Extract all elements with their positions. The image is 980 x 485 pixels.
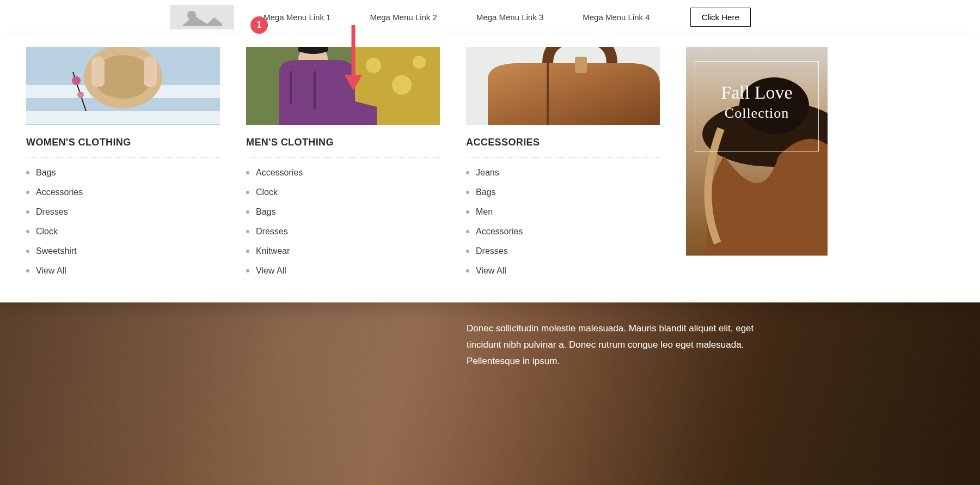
- logo-placeholder: [170, 5, 234, 29]
- mega-col-title: WOMEN'S CLOTHING: [26, 137, 220, 157]
- svg-rect-18: [290, 71, 292, 104]
- mega-item[interactable]: View All: [246, 261, 440, 281]
- mega-item[interactable]: Clock: [246, 183, 440, 202]
- mega-item[interactable]: Dresses: [26, 202, 220, 222]
- mega-promo[interactable]: Fall Love Collection: [686, 47, 828, 281]
- svg-point-15: [366, 58, 381, 73]
- mega-item[interactable]: Bags: [26, 163, 220, 183]
- mega-item[interactable]: Clock: [26, 222, 220, 241]
- svg-point-16: [392, 75, 412, 95]
- mega-col-accessories: ACCESSORIES Jeans Bags Men Accessories D…: [466, 47, 660, 281]
- mega-item[interactable]: Accessories: [246, 163, 440, 183]
- mega-item[interactable]: Men: [466, 202, 660, 222]
- mega-col-image-mens: [246, 47, 440, 125]
- nav-link-4[interactable]: Mega Menu Link 4: [583, 13, 650, 22]
- hero-paragraph: Donec sollicitudin molestie malesuada. M…: [467, 320, 771, 369]
- mega-menu-panel: WOMEN'S CLOTHING Bags Accessories Dresse…: [0, 34, 980, 302]
- mega-col-image-accessories: [466, 47, 660, 125]
- mega-item[interactable]: Jeans: [466, 163, 660, 183]
- nav-link-1[interactable]: Mega Menu Link 1: [264, 13, 330, 22]
- mega-item[interactable]: View All: [466, 261, 660, 281]
- svg-point-12: [77, 92, 84, 98]
- promo-line2: Collection: [686, 105, 828, 122]
- svg-rect-9: [144, 57, 157, 87]
- mega-item[interactable]: Dresses: [246, 222, 440, 241]
- mega-col-title: MEN'S CLOTHING: [246, 137, 440, 157]
- mega-col-womens: WOMEN'S CLOTHING Bags Accessories Dresse…: [26, 47, 220, 281]
- mega-item[interactable]: Accessories: [466, 222, 660, 241]
- mega-col-title: ACCESSORIES: [466, 137, 660, 157]
- nav-link-3[interactable]: Mega Menu Link 3: [476, 13, 543, 22]
- svg-rect-21: [575, 57, 587, 73]
- mega-col-image-womens: [26, 47, 220, 125]
- navbar: Mega Menu Link 1 Mega Menu Link 2 Mega M…: [0, 0, 980, 34]
- mega-item[interactable]: Sweetshirt: [26, 241, 220, 261]
- mega-col-list: Accessories Clock Bags Dresses Knitwear …: [246, 163, 440, 281]
- annotation-badge-1: 1: [250, 16, 268, 34]
- svg-point-11: [72, 76, 81, 85]
- mega-col-list: Jeans Bags Men Accessories Dresses View …: [466, 163, 660, 281]
- svg-point-17: [413, 56, 426, 69]
- mega-col-list: Bags Accessories Dresses Clock Sweetshir…: [26, 163, 220, 281]
- svg-rect-5: [26, 111, 220, 124]
- svg-rect-19: [314, 71, 316, 109]
- mega-item[interactable]: View All: [26, 261, 220, 281]
- svg-rect-8: [91, 57, 105, 87]
- mega-item[interactable]: Accessories: [26, 183, 220, 202]
- promo-line1: Fall Love: [686, 82, 828, 103]
- cta-button[interactable]: Click Here: [690, 8, 751, 27]
- mega-item[interactable]: Bags: [466, 183, 660, 202]
- mega-item[interactable]: Dresses: [466, 241, 660, 261]
- nav-link-2[interactable]: Mega Menu Link 2: [370, 13, 437, 22]
- mega-col-mens: MEN'S CLOTHING Accessories Clock Bags Dr…: [246, 47, 440, 281]
- mega-item[interactable]: Bags: [246, 202, 440, 222]
- promo-text: Fall Love Collection: [686, 82, 828, 122]
- nav-links: Mega Menu Link 1 Mega Menu Link 2 Mega M…: [264, 13, 650, 22]
- mega-item[interactable]: Knitwear: [246, 241, 440, 261]
